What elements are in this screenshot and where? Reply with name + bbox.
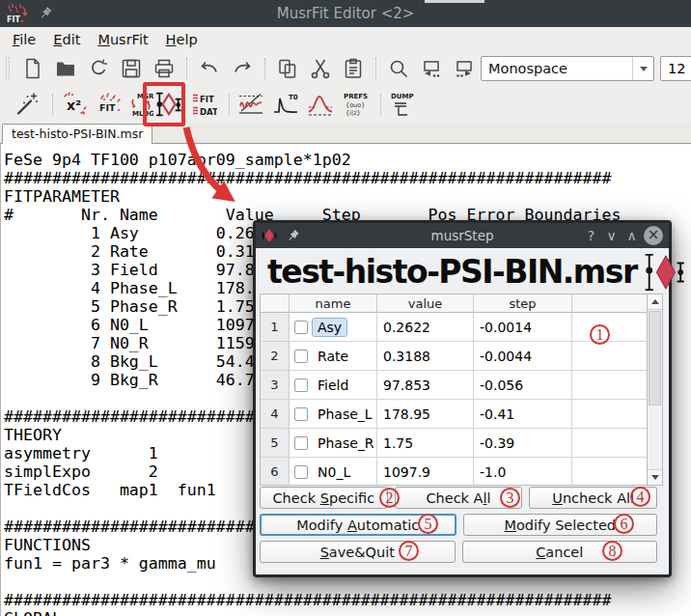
row-number: 5: [261, 429, 290, 457]
row-checkbox[interactable]: [294, 378, 308, 392]
redo-button[interactable]: [226, 54, 259, 83]
font-family-select[interactable]: Monospace: [481, 56, 654, 81]
reload-button[interactable]: [82, 54, 115, 83]
param-name-cell[interactable]: Asy: [313, 319, 346, 336]
musrft-button[interactable]: [305, 88, 336, 121]
musrview-icon: [237, 91, 264, 118]
background-window-edge: [425, 0, 484, 3]
msr2data-button[interactable]: FITDAT: [188, 88, 219, 121]
open-file-button[interactable]: [49, 54, 82, 83]
font-size-spinner[interactable]: 12: [660, 56, 691, 81]
font-family-value: Monospace: [482, 61, 632, 76]
scroll-down-button[interactable]: [648, 469, 662, 485]
toolbar-drag-handle[interactable]: [6, 57, 10, 80]
check-specific-button[interactable]: Check Specific: [260, 487, 388, 509]
dialog-titlebar[interactable]: musrStep ? ∨ ∧ ×: [256, 223, 669, 248]
print-button[interactable]: [148, 54, 180, 83]
annotation-circle-1: 1: [590, 324, 610, 345]
prefs-icon: PREFS{ouo}{i|z}: [341, 90, 370, 119]
row-checkbox[interactable]: [294, 465, 308, 479]
param-value-cell[interactable]: 97.853: [377, 371, 474, 399]
param-value-cell[interactable]: 1097.9: [377, 458, 474, 486]
table-scrollbar[interactable]: [647, 294, 662, 485]
table-row[interactable]: 5 Phase_R 1.75 -0.39: [261, 429, 662, 458]
dialog-close-button[interactable]: ×: [644, 226, 663, 245]
menu-musrfit[interactable]: MusrFit: [89, 29, 156, 50]
param-step-cell[interactable]: -0.0044: [474, 342, 572, 370]
cancel-button[interactable]: Cancel: [462, 541, 658, 563]
param-step-cell[interactable]: -0.056: [474, 371, 572, 399]
header-name[interactable]: name: [290, 294, 377, 313]
undo-icon: [198, 57, 221, 80]
undo-button[interactable]: [193, 54, 226, 83]
find-prev-button[interactable]: [448, 54, 481, 83]
header-value[interactable]: value: [377, 294, 474, 313]
cut-button[interactable]: [304, 54, 337, 83]
toolbar-separator: [380, 94, 381, 115]
musrt0-button[interactable]: T0: [270, 88, 301, 121]
param-name-cell[interactable]: N0_L: [313, 463, 355, 481]
new-file-button[interactable]: [16, 54, 49, 83]
param-step-cell[interactable]: -0.0014: [474, 313, 572, 341]
dialog-shade-button[interactable]: ∨: [601, 228, 622, 243]
paste-button[interactable]: [337, 54, 370, 83]
table-row[interactable]: 3 Field 97.853 -0.056: [261, 371, 662, 400]
dialog-unshade-button[interactable]: ∧: [622, 228, 642, 243]
table-row[interactable]: 6 N0_L 1097.9 -1.0: [261, 458, 662, 486]
redo-icon: [231, 57, 254, 80]
table-row[interactable]: 2 Rate 0.3188 -0.0044: [261, 342, 662, 371]
tab-msr-file[interactable]: test-histo-PSI-BIN.msr: [2, 124, 152, 144]
find-next-button[interactable]: [415, 54, 448, 83]
param-step-cell[interactable]: -1.0: [474, 458, 572, 486]
row-number: 3: [261, 371, 290, 399]
font-size-value: 12: [668, 61, 685, 76]
param-name-cell[interactable]: Field: [313, 377, 353, 394]
annotation-circle-7: 7: [399, 541, 419, 561]
row-checkbox[interactable]: [294, 350, 308, 363]
combo-dropdown-button[interactable]: [632, 57, 653, 80]
dialog-help-button[interactable]: ?: [581, 228, 601, 243]
musrwiz-button[interactable]: [12, 88, 42, 121]
annotation-circle-4: 4: [630, 487, 650, 507]
fit-icon: FIT: [96, 91, 123, 118]
menu-file[interactable]: File: [4, 29, 44, 50]
button-row-modify: Modify Automatic Modify Selected: [260, 514, 657, 536]
param-step-cell[interactable]: -0.39: [474, 429, 572, 457]
fit-dat-icon: FITDAT: [190, 91, 217, 118]
menu-edit[interactable]: Edit: [44, 29, 89, 50]
row-checkbox[interactable]: [294, 407, 308, 421]
triangle-down-icon: [651, 475, 659, 484]
table-row[interactable]: 4 Phase_L 178.95 -0.41: [261, 400, 662, 429]
param-name-cell[interactable]: Rate: [313, 348, 353, 365]
param-value-cell[interactable]: 0.2622: [377, 313, 474, 341]
row-checkbox[interactable]: [294, 436, 308, 450]
row-checkbox[interactable]: [294, 321, 308, 334]
svg-text:PREFS: PREFS: [344, 93, 368, 100]
save-quit-button[interactable]: Save&Quit: [260, 541, 456, 563]
param-value-cell[interactable]: 0.3188: [377, 342, 474, 370]
header-corner: [261, 294, 290, 313]
header-step[interactable]: step: [474, 294, 572, 313]
scrollbar-thumb[interactable]: [649, 311, 661, 406]
param-name-cell[interactable]: Phase_L: [313, 406, 377, 423]
dialog-heading: test-histo-PSI-BIN.msr: [267, 252, 637, 293]
save-button[interactable]: [115, 54, 148, 83]
param-name-cell[interactable]: Phase_R: [313, 434, 379, 452]
param-value-cell[interactable]: 1.75: [377, 429, 474, 457]
prefs-button[interactable]: PREFS{ouo}{i|z}: [340, 88, 371, 121]
scroll-up-button[interactable]: [648, 294, 662, 310]
reload-icon: [87, 57, 110, 80]
param-value-cell[interactable]: 178.95: [377, 400, 474, 428]
param-step-cell[interactable]: -0.41: [474, 400, 572, 428]
copy-button[interactable]: [271, 54, 304, 83]
musrview-button[interactable]: [235, 88, 266, 121]
search-button[interactable]: [382, 54, 415, 83]
dump-button[interactable]: DUMP: [387, 88, 418, 121]
parameter-table: name value step 1 Asy 0.2622 -0.0014 2 R…: [260, 294, 663, 486]
menu-help[interactable]: Help: [157, 29, 207, 50]
musrfit-toolbar: x² FIT MSRMLOG FITDAT T0 PREFS{ouo}{i|z}…: [0, 85, 691, 124]
calc-chisq-button[interactable]: x²: [59, 88, 90, 121]
musrfit-run-button[interactable]: FIT: [94, 88, 124, 121]
toolbar-separator: [186, 58, 187, 79]
table-header: name value step: [261, 294, 662, 313]
